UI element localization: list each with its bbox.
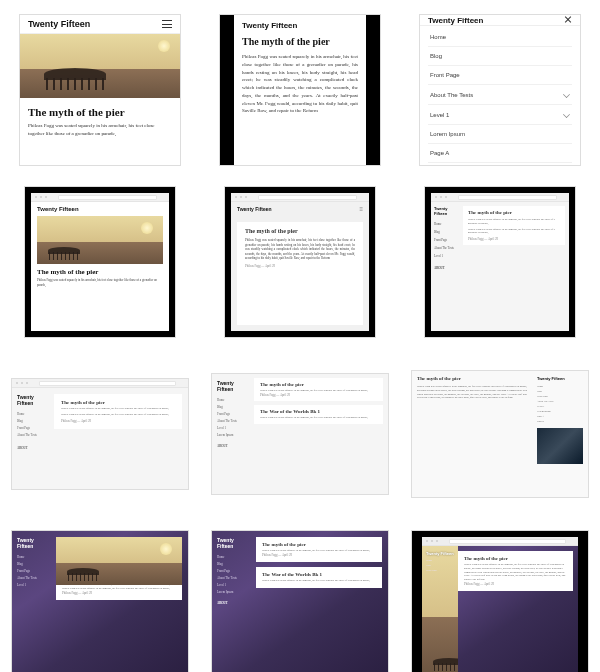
site-title: Twenty Fifteen [426, 551, 454, 556]
thumb-4[interactable]: Twenty Fifteen The myth of the pier Phil… [8, 182, 192, 342]
sidebar-item: About The Tests [17, 431, 49, 438]
post-card: The myth of the pier Phileas Fogg was se… [256, 537, 382, 562]
post-meta: Phileas Fogg — April 29 [260, 393, 377, 397]
thumb-11[interactable]: Twenty Fifteen Home Blog Front Page Abou… [208, 526, 392, 672]
sidebar-item: Page B [537, 419, 583, 424]
mockup-desktop-list: Twenty Fifteen Home Blog Front Page Abou… [212, 374, 388, 494]
sidebar-item: Level 1 [217, 424, 249, 431]
sidebar-widget-title: ABOUT [434, 264, 460, 272]
page-header: Twenty Fifteen ≡ [231, 202, 369, 216]
hero-image [37, 216, 163, 264]
post-excerpt: Phileas Fogg was seated squarely in his … [37, 278, 163, 287]
hamburger-icon [162, 20, 172, 28]
mobile-header: Twenty Fifteen [420, 15, 580, 26]
browser-chrome [31, 193, 169, 202]
sidebar-item: Front Page [426, 568, 454, 573]
sidebar-item: About The Tests [434, 244, 460, 252]
close-icon [564, 16, 572, 24]
post-body: Phileas Fogg was seated squarely in his … [464, 563, 567, 582]
post-card: The myth of the pier Phileas Fogg was se… [54, 394, 182, 429]
mockup-ipad-sidebar: Twenty Fifteen Home Blog Front Page Abou… [425, 187, 575, 337]
post-title: The myth of the pier [20, 98, 180, 122]
menu-item: Home [428, 28, 572, 47]
mobile-header: Twenty Fifteen [20, 15, 180, 34]
site-title: Twenty Fifteen [242, 21, 358, 30]
sidebar-item: Level 1 [434, 252, 460, 260]
sidebar-item: Lorem Ipsum [217, 588, 251, 595]
post-title: The myth of the pier [242, 36, 358, 47]
mockup-mobile-article: Twenty Fifteen The myth of the pier Phil… [220, 15, 380, 165]
chevron-down-icon [563, 91, 570, 98]
sidebar-item: About The Tests [217, 574, 251, 581]
post-body: Phileas Fogg was seated squarely in his … [62, 587, 176, 591]
chevron-down-icon [563, 111, 570, 118]
site-title: Twenty Fifteen [237, 206, 272, 212]
sidebar-item: About The Tests [217, 417, 249, 424]
post-meta: Phileas Fogg — April 29 [468, 237, 560, 241]
thumb-3[interactable]: Twenty Fifteen Home Blog Front Page Abou… [408, 10, 592, 170]
post-body: Phileas Fogg was seated squarely in his … [262, 579, 376, 583]
menu-item: Front Page [428, 66, 572, 85]
site-title: Twenty Fifteen [537, 376, 583, 381]
post-body: Phileas Fogg was seated squarely in his … [417, 385, 527, 400]
mockup-desktop-narrow: Twenty Fifteen Home Blog Front Page Abou… [12, 379, 188, 489]
site-title: Twenty Fifteen [434, 206, 460, 216]
post-title: The myth of the pier [417, 376, 527, 381]
menu-item: Lorem Ipsum [428, 125, 572, 144]
site-title: Twenty Fifteen [17, 537, 51, 549]
thumb-2[interactable]: Twenty Fifteen The myth of the pier Phil… [208, 10, 392, 170]
post-title: The War of the Worlds Bk 1 [262, 572, 376, 577]
sidebar-item: Level 1 [17, 581, 51, 588]
sidebar-item: Front Page [217, 567, 251, 574]
post-meta: Phileas Fogg — April 29 [262, 553, 376, 557]
post-body: Phileas Fogg was seated squarely in his … [468, 218, 560, 226]
thumbnail-gallery: Twenty Fifteen The myth of the pier Phil… [0, 0, 600, 672]
post-title: The myth of the pier [37, 268, 163, 276]
thumb-12[interactable]: Twenty Fifteen Home Blog Front Page The … [408, 526, 592, 672]
sidebar-item: Front Page [217, 410, 249, 417]
sidebar: Twenty Fifteen Home Blog Front Page Abou… [12, 531, 56, 672]
mockup-purple-hero: Twenty Fifteen Home Blog Front Page Abou… [12, 531, 188, 672]
hero-image [20, 34, 180, 98]
sidebar-item: Blog [217, 403, 249, 410]
menu-item: Blog [428, 47, 572, 66]
sidebar-item: Level 1 [217, 581, 251, 588]
site-title: Twenty Fifteen [17, 394, 49, 406]
browser-chrome [231, 193, 369, 202]
sidebar-item: Blog [17, 417, 49, 424]
mobile-menu: Home Blog Front Page About The Tests Lev… [420, 26, 580, 165]
post-card: The myth of the pier Phileas Fogg was se… [237, 222, 363, 325]
thumb-1[interactable]: Twenty Fifteen The myth of the pier Phil… [8, 10, 192, 170]
post-title: The myth of the pier [464, 556, 567, 561]
hamburger-icon: ≡ [359, 206, 363, 212]
menu-item: About The Tests [428, 85, 572, 105]
thumb-6[interactable]: Twenty Fifteen Home Blog Front Page Abou… [408, 182, 592, 342]
post-body: Phileas Fogg was seated squarely in his … [245, 238, 355, 261]
thumb-5[interactable]: Twenty Fifteen ≡ The myth of the pier Ph… [208, 182, 392, 342]
sidebar-item: Blog [434, 228, 460, 236]
post-title: The myth of the pier [262, 542, 376, 547]
sidebar-item: Home [217, 553, 251, 560]
thumb-10[interactable]: Twenty Fifteen Home Blog Front Page Abou… [8, 526, 192, 672]
sidebar-item: Home [17, 410, 49, 417]
mockup-desktop-wide: The myth of the pier Phileas Fogg was se… [412, 371, 588, 497]
post-title: The myth of the pier [260, 382, 377, 387]
sidebar-image [537, 428, 583, 464]
thumb-7[interactable]: Twenty Fifteen Home Blog Front Page Abou… [8, 354, 192, 514]
sidebar: Twenty Fifteen Home Blog Front Page Abou… [12, 388, 54, 489]
post-title: The myth of the pier [468, 210, 560, 215]
post-body: Phileas Fogg was seated squarely in his … [242, 53, 358, 115]
sidebar: Twenty Fifteen Home Blog Front Page Abou… [212, 531, 256, 672]
sidebar-item: Home [17, 553, 51, 560]
site-title: Twenty Fifteen [428, 16, 483, 25]
thumb-8[interactable]: Twenty Fifteen Home Blog Front Page Abou… [208, 354, 392, 514]
post-card: The myth of the pier Phileas Fogg was se… [463, 206, 565, 245]
thumb-9[interactable]: The myth of the pier Phileas Fogg was se… [408, 354, 592, 514]
post-excerpt: Phileas Fogg was seated squarely in his … [20, 122, 180, 137]
menu-item: Page A [428, 144, 572, 163]
mockup-purple-ipad: Twenty Fifteen Home Blog Front Page The … [412, 531, 588, 672]
mockup-ipad-hero: Twenty Fifteen The myth of the pier Phil… [25, 187, 175, 337]
sidebar-item: Lorem Ipsum [217, 431, 249, 438]
browser-chrome [431, 193, 569, 202]
sidebar-widget-title: ABOUT [217, 599, 251, 606]
